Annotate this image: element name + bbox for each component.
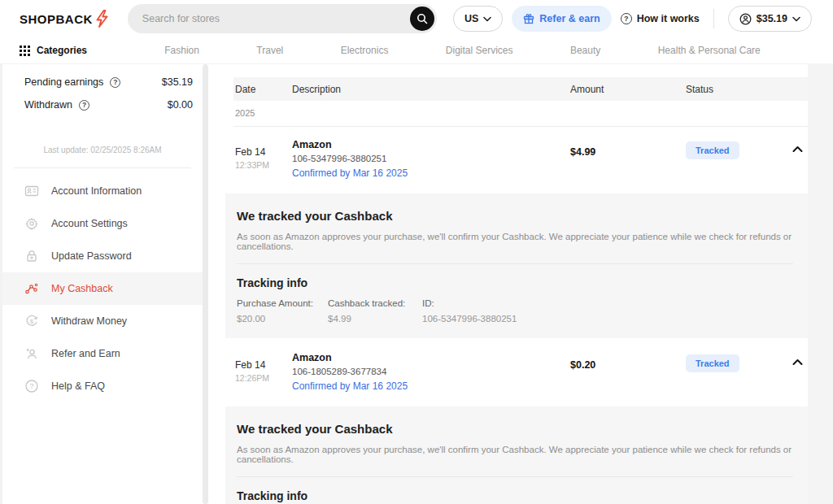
country-selector[interactable]: US	[453, 6, 503, 32]
table-row[interactable]: Feb 14 12:26PM Amazon 106-1805289-367783…	[233, 340, 808, 405]
header-divider	[713, 9, 714, 28]
chevron-up-icon	[792, 146, 803, 153]
right-page-gutter	[808, 64, 833, 504]
tracked-cashback-panel: We tracked your Cashback As soon as Amaz…	[225, 193, 814, 338]
id-card-icon	[24, 184, 39, 198]
txn-confirmation-link[interactable]: Confirmed by Mar 16 2025	[292, 167, 570, 179]
sidebar-item-label: Withdraw Money	[51, 315, 127, 327]
category-links: Fashion Travel Electronics Digital Servi…	[87, 45, 813, 56]
sidebar-item-refer-and-earn[interactable]: Refer and Earn	[2, 337, 203, 370]
categories-menu-button[interactable]: Categories	[20, 45, 87, 56]
panel-divider	[237, 263, 793, 264]
pending-earnings-label: Pending earnings	[24, 76, 103, 88]
txn-date: Feb 14	[235, 139, 292, 158]
sidebar-item-account-information[interactable]: Account Information	[2, 175, 203, 207]
id-value: 106-5347996-3880251	[422, 314, 517, 324]
status-badge: Tracked	[686, 354, 739, 372]
txn-order-id: 106-5347996-3880251	[292, 154, 570, 163]
withdraw-money-icon: $	[24, 314, 39, 328]
chevron-down-icon	[792, 16, 800, 22]
svg-text:?: ?	[29, 382, 33, 390]
header-description: Description	[292, 84, 570, 95]
tracked-cashback-panel: We tracked your Cashback As soon as Amaz…	[225, 406, 814, 504]
refer-and-earn-button[interactable]: Refer & earn	[512, 6, 611, 32]
pending-earnings-value: $35.19	[162, 76, 193, 88]
help-icon: ?	[24, 379, 39, 393]
pending-earnings-row: Pending earnings ? $35.19	[2, 71, 203, 93]
balance-amount: $35.19	[757, 13, 787, 24]
sidebar-item-withdraw-money[interactable]: $ Withdraw Money	[2, 305, 203, 337]
purchase-amount-label: Purchase Amount:	[237, 298, 328, 308]
categories-label: Categories	[37, 45, 87, 56]
category-nav: Categories Fashion Travel Electronics Di…	[0, 37, 833, 64]
lightning-bolt-icon	[94, 10, 110, 28]
header-actions: US Refer & earn ? How it works $35.19	[453, 6, 812, 32]
nav-item-travel[interactable]: Travel	[256, 45, 283, 56]
txn-confirmation-link[interactable]: Confirmed by Mar 16 2025	[292, 380, 570, 392]
sidebar-item-update-password[interactable]: Update Password	[2, 240, 203, 272]
search-input[interactable]	[128, 4, 437, 33]
sidebar-item-label: Account Settings	[51, 218, 128, 229]
txn-time: 12:33PM	[235, 160, 292, 170]
txn-amount: $0.20	[570, 352, 686, 371]
how-it-works-button[interactable]: ? How it works	[621, 13, 700, 24]
sidebar-item-account-settings[interactable]: Account Settings	[2, 207, 203, 240]
nav-item-beauty[interactable]: Beauty	[570, 45, 600, 56]
txn-title: Amazon	[292, 352, 570, 363]
collapse-row-button[interactable]	[792, 139, 803, 179]
panel-divider	[237, 476, 793, 477]
nav-item-health-personal-care[interactable]: Health & Personal Care	[658, 45, 761, 56]
store-search	[128, 4, 437, 33]
top-header: SHOPBACK US Refer & earn ? How it works …	[0, 0, 833, 37]
id-label: ID:	[422, 298, 517, 308]
panel-body: As soon as Amazon approves your purchase…	[237, 232, 793, 251]
chevron-up-icon	[792, 358, 803, 366]
account-sidebar: Pending earnings ? $35.19 Withdrawn ? $0…	[2, 64, 203, 504]
sidebar-scrollbar[interactable]	[203, 64, 208, 504]
sidebar-item-label: My Cashback	[51, 283, 113, 294]
txn-date: Feb 14	[235, 352, 292, 371]
table-row[interactable]: Feb 14 12:33PM Amazon 106-5347996-388025…	[233, 127, 808, 192]
search-button[interactable]	[410, 7, 434, 31]
txn-order-id: 106-1805289-3677834	[292, 367, 570, 376]
account-cash-icon	[739, 13, 752, 25]
withdrawn-value: $0.00	[168, 99, 193, 111]
sidebar-item-label: Help & FAQ	[51, 380, 105, 392]
txn-time: 12:26PM	[235, 373, 292, 383]
nav-item-digital-services[interactable]: Digital Services	[446, 45, 513, 56]
lock-icon	[24, 249, 39, 263]
sidebar-item-label: Account Information	[51, 185, 142, 197]
shopback-logo[interactable]: SHOPBACK	[20, 10, 110, 28]
panel-heading: We tracked your Cashback	[237, 209, 793, 223]
nav-item-electronics[interactable]: Electronics	[341, 45, 389, 56]
sidebar-item-help-faq[interactable]: ? Help & FAQ	[2, 370, 203, 402]
nav-item-fashion[interactable]: Fashion	[164, 45, 199, 56]
how-it-works-label: How it works	[637, 13, 700, 24]
content-gap	[208, 64, 219, 504]
last-update-text: Last update: 02/25/2025 8:26AM	[2, 146, 203, 154]
cashback-tracked-value: $4.99	[328, 314, 422, 324]
purchase-amount-value: $20.00	[237, 314, 328, 324]
sidebar-item-label: Refer and Earn	[51, 348, 120, 359]
gift-icon	[523, 13, 534, 24]
balance-menu[interactable]: $35.19	[728, 6, 812, 32]
search-icon	[416, 13, 428, 24]
svg-text:$: $	[30, 318, 34, 325]
txn-title: Amazon	[292, 139, 570, 150]
refer-earn-label: Refer & earn	[539, 13, 600, 24]
chevron-down-icon	[483, 16, 491, 22]
collapse-row-button[interactable]	[792, 352, 803, 392]
info-icon[interactable]: ?	[110, 77, 120, 88]
info-icon[interactable]: ?	[79, 100, 89, 111]
header-amount: Amount	[570, 84, 686, 95]
sidebar-item-my-cashback[interactable]: My Cashback	[2, 272, 203, 305]
tracking-info-grid: Purchase Amount: $20.00 Cashback tracked…	[237, 298, 793, 324]
panel-body: As soon as Amazon approves your purchase…	[237, 445, 793, 464]
sidebar-divider	[14, 167, 191, 168]
grid-icon	[20, 46, 30, 56]
cashback-table: Date Description Amount Status 2025 Feb …	[219, 64, 808, 504]
sidebar-item-label: Update Password	[51, 250, 132, 262]
withdrawn-row: Withdrawn ? $0.00	[2, 93, 203, 116]
header-date: Date	[233, 84, 292, 95]
question-circle-icon: ?	[621, 13, 632, 24]
